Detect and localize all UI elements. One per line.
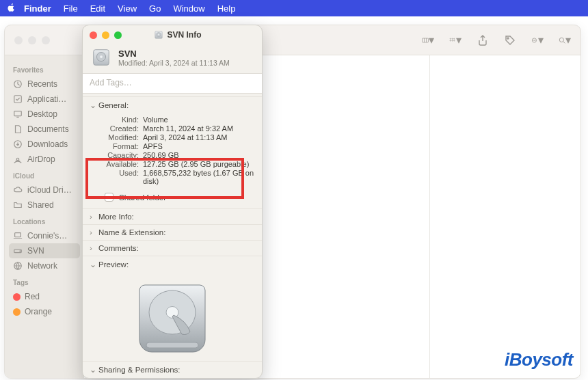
get-info-window: SVN Info SVN Modified: April 3, 2024 at … xyxy=(82,25,263,379)
sidebar-item-label: Desktop xyxy=(27,109,57,119)
sidebar-item-applications[interactable]: Applicati… xyxy=(9,92,80,107)
svg-point-11 xyxy=(535,40,536,40)
available-value: 127.25 GB (2.95 GB purgeable) xyxy=(143,160,255,168)
menu-window[interactable]: Window xyxy=(173,3,204,14)
folder-icon xyxy=(13,200,23,210)
close-icon[interactable] xyxy=(90,31,97,39)
sidebar-item-label: Network xyxy=(27,261,57,271)
svg-point-2 xyxy=(452,38,453,39)
sidebar-item-airdrop[interactable]: AirDrop xyxy=(9,152,80,167)
info-titlebar[interactable]: SVN Info xyxy=(83,25,262,44)
sidebar-item-desktop[interactable]: Desktop xyxy=(9,107,80,122)
created-label: Created: xyxy=(102,124,139,133)
created-value: March 11, 2024 at 9:32 AM xyxy=(143,124,255,133)
zoom-icon[interactable] xyxy=(42,36,50,44)
capacity-label: Capacity: xyxy=(102,151,139,159)
minimize-icon[interactable] xyxy=(28,36,36,44)
airdrop-icon xyxy=(13,154,23,164)
section-sharing-toggle[interactable]: ⌄Sharing & Permissions: xyxy=(83,362,262,378)
drive-icon xyxy=(154,30,163,40)
desktop: ▾ ▾ ▾ ▾ Favorites Recents Applicati… Des… xyxy=(0,16,588,380)
svg-point-27 xyxy=(100,55,103,58)
svg-point-5 xyxy=(452,40,453,41)
section-name-ext-toggle[interactable]: ›Name & Extension: xyxy=(83,225,262,240)
available-label: Available: xyxy=(102,160,139,168)
shared-folder-checkbox[interactable] xyxy=(105,193,113,202)
action-icon[interactable]: ▾ xyxy=(531,35,544,46)
sidebar-item-icloud-drive[interactable]: iCloud Dri… xyxy=(9,182,80,198)
sidebar-tag-orange[interactable]: Orange xyxy=(9,304,80,319)
chevron-down-icon: ⌄ xyxy=(90,260,96,269)
menu-help[interactable]: Help xyxy=(217,3,236,14)
section-more-info-toggle[interactable]: ›More Info: xyxy=(83,209,262,224)
sidebar-item-computer[interactable]: Connie's… xyxy=(9,228,80,243)
section-preview-toggle[interactable]: ⌄Preview: xyxy=(83,256,262,273)
info-title: SVN Info xyxy=(168,30,202,40)
search-icon[interactable]: ▾ xyxy=(559,35,571,46)
section-label: Sharing & Permissions: xyxy=(98,366,181,374)
drive-icon xyxy=(13,246,23,256)
chevron-right-icon: › xyxy=(90,228,96,236)
close-icon[interactable] xyxy=(14,36,23,44)
sidebar-item-label: Connie's… xyxy=(27,231,67,241)
sidebar-item-documents[interactable]: Documents xyxy=(9,122,80,137)
svg-point-9 xyxy=(533,40,534,40)
section-comments-toggle[interactable]: ›Comments: xyxy=(83,241,262,256)
view-columns-icon[interactable]: ▾ xyxy=(422,35,434,46)
sidebar-item-label: SVN xyxy=(27,246,44,256)
svg-point-24 xyxy=(158,34,159,36)
preview-body xyxy=(83,273,262,360)
section-label: Comments: xyxy=(98,244,139,252)
sidebar-item-label: Downloads xyxy=(27,139,68,149)
svg-point-6 xyxy=(454,40,455,41)
sidebar-item-svn[interactable]: SVN xyxy=(9,243,80,258)
desktop-icon xyxy=(13,109,23,119)
general-body: Kind:Volume Created:March 11, 2024 at 9:… xyxy=(83,113,262,190)
finder-traffic-lights[interactable] xyxy=(14,36,50,44)
sidebar-item-recents[interactable]: Recents xyxy=(9,77,80,92)
svg-point-12 xyxy=(559,38,563,42)
used-label: Used: xyxy=(102,169,139,185)
section-label: General: xyxy=(98,101,129,109)
used-value: 1,668,575,232 bytes (1.67 GB on disk) xyxy=(143,169,255,185)
sidebar-head-locations: Locations xyxy=(13,218,76,226)
drive-preview-icon xyxy=(131,277,213,359)
menu-edit[interactable]: Edit xyxy=(90,3,105,14)
sidebar-item-label: Recents xyxy=(27,79,57,89)
menu-app-name[interactable]: Finder xyxy=(24,3,51,14)
sidebar-item-network[interactable]: Network xyxy=(9,258,80,273)
cloud-icon xyxy=(13,185,23,195)
clock-icon xyxy=(13,79,23,89)
volume-name: SVN xyxy=(118,49,230,59)
shared-folder-label: Shared folder xyxy=(119,193,166,202)
chevron-down-icon: ⌄ xyxy=(90,100,96,110)
sidebar-item-label: Documents xyxy=(27,124,69,134)
svg-rect-15 xyxy=(14,111,22,116)
menu-view[interactable]: View xyxy=(118,3,137,14)
sidebar-item-label: Red xyxy=(25,292,40,301)
tags-input[interactable]: Add Tags… xyxy=(83,73,262,94)
format-label: Format: xyxy=(102,142,139,150)
tag-icon[interactable] xyxy=(504,35,516,46)
tag-dot-orange xyxy=(13,308,21,316)
sidebar-item-downloads[interactable]: Downloads xyxy=(9,137,80,152)
sidebar-item-label: Orange xyxy=(25,307,52,316)
sidebar-head-tags: Tags xyxy=(13,279,76,286)
group-icon[interactable]: ▾ xyxy=(449,35,462,46)
menu-go[interactable]: Go xyxy=(149,3,161,14)
svg-point-10 xyxy=(534,40,535,40)
downloads-icon xyxy=(13,139,23,149)
tags-placeholder: Add Tags… xyxy=(90,78,132,87)
svg-rect-18 xyxy=(15,233,21,237)
section-general-toggle[interactable]: ⌄General: xyxy=(83,97,262,113)
globe-icon xyxy=(13,261,23,271)
apple-menu-icon[interactable] xyxy=(7,3,16,14)
share-icon[interactable] xyxy=(477,35,489,46)
shared-folder-row: Shared folder xyxy=(83,190,262,208)
sidebar-item-label: Applicati… xyxy=(27,94,66,104)
svg-rect-0 xyxy=(423,38,429,42)
sidebar-item-shared[interactable]: Shared xyxy=(9,198,80,213)
menu-file[interactable]: File xyxy=(64,3,78,14)
sidebar-tag-red[interactable]: Red xyxy=(9,289,80,304)
info-header: SVN Modified: April 3, 2024 at 11:13 AM xyxy=(83,44,262,73)
